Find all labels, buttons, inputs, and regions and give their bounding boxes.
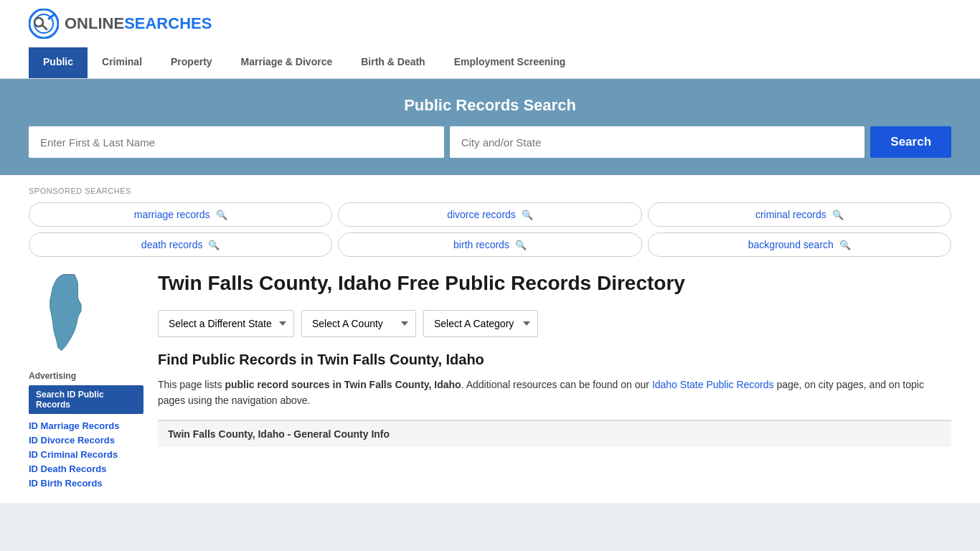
- navigation: Public Criminal Property Marriage & Divo…: [0, 47, 980, 79]
- logo-icon: [29, 9, 59, 39]
- search-button[interactable]: Search: [870, 126, 951, 158]
- sponsored-background-label: background search: [748, 239, 834, 250]
- sponsored-death[interactable]: death records 🔍: [29, 232, 332, 257]
- sponsored-label: SPONSORED SEARCHES: [29, 187, 951, 195]
- sponsored-criminal[interactable]: criminal records 🔍: [648, 202, 951, 227]
- link-id-marriage[interactable]: ID Marriage Records: [29, 420, 119, 431]
- advertising-label: Advertising: [29, 371, 143, 381]
- main-area: SPONSORED SEARCHES marriage records 🔍 di…: [0, 175, 980, 503]
- list-item: ID Birth Records: [29, 477, 143, 489]
- svg-line-3: [42, 25, 47, 29]
- sponsored-birth-label: birth records: [453, 239, 509, 250]
- nav-birth-death[interactable]: Birth & Death: [347, 47, 439, 78]
- search-form: Search: [29, 126, 951, 158]
- sponsored-marriage[interactable]: marriage records 🔍: [29, 202, 332, 227]
- sponsored-birth[interactable]: birth records 🔍: [338, 232, 641, 257]
- category-dropdown[interactable]: Select A Category: [423, 310, 538, 337]
- sidebar: Advertising Search ID Public Records ID …: [29, 271, 143, 491]
- search-icon: 🔍: [832, 209, 844, 220]
- list-item: ID Divorce Records: [29, 434, 143, 446]
- header: ONLINESEARCHES: [0, 0, 980, 47]
- search-banner: Public Records Search Search: [0, 79, 980, 175]
- state-dropdown[interactable]: Select a Different State: [158, 310, 294, 337]
- ad-button[interactable]: Search ID Public Records: [29, 385, 143, 414]
- content-area: Advertising Search ID Public Records ID …: [29, 271, 951, 491]
- dropdowns: Select a Different State Select A County…: [158, 310, 951, 337]
- name-input[interactable]: [29, 126, 444, 158]
- location-input[interactable]: [450, 126, 865, 158]
- desc-link[interactable]: Idaho State Public Records: [652, 379, 774, 390]
- search-icon: 🔍: [839, 240, 851, 250]
- desc-part1: This page lists: [158, 379, 225, 390]
- nav-public[interactable]: Public: [29, 47, 88, 78]
- list-item: ID Criminal Records: [29, 448, 143, 460]
- county-info-bar: Twin Falls County, Idaho - General Count…: [158, 420, 951, 447]
- logo-text: ONLINESEARCHES: [65, 14, 212, 33]
- sponsored-death-label: death records: [141, 239, 203, 250]
- find-records-title: Find Public Records in Twin Falls County…: [158, 352, 951, 368]
- state-map: [29, 271, 143, 359]
- search-icon: 🔍: [208, 240, 220, 250]
- list-item: ID Death Records: [29, 463, 143, 474]
- search-banner-title: Public Records Search: [29, 96, 951, 115]
- county-dropdown[interactable]: Select A County: [301, 310, 416, 337]
- link-id-birth[interactable]: ID Birth Records: [29, 478, 103, 489]
- nav-criminal[interactable]: Criminal: [88, 47, 156, 78]
- sponsored-background[interactable]: background search 🔍: [648, 232, 951, 257]
- nav-marriage-divorce[interactable]: Marriage & Divorce: [227, 47, 347, 78]
- nav-property[interactable]: Property: [156, 47, 227, 78]
- link-id-death[interactable]: ID Death Records: [29, 463, 106, 474]
- search-icon: 🔍: [522, 209, 533, 220]
- list-item: ID Marriage Records: [29, 420, 143, 431]
- search-icon: 🔍: [216, 209, 227, 220]
- link-id-divorce[interactable]: ID Divorce Records: [29, 435, 115, 446]
- sponsored-grid: marriage records 🔍 divorce records 🔍 cri…: [29, 202, 951, 257]
- sponsored-divorce[interactable]: divorce records 🔍: [338, 202, 641, 227]
- sponsored-divorce-label: divorce records: [447, 209, 516, 220]
- link-id-criminal[interactable]: ID Criminal Records: [29, 449, 118, 460]
- sidebar-links: ID Marriage Records ID Divorce Records I…: [29, 420, 143, 489]
- sponsored-criminal-label: criminal records: [755, 209, 826, 220]
- page-title: Twin Falls County, Idaho Free Public Rec…: [158, 271, 951, 296]
- nav-employment[interactable]: Employment Screening: [440, 47, 580, 78]
- description: This page lists public record sources in…: [158, 377, 951, 409]
- main-content: Twin Falls County, Idaho Free Public Rec…: [158, 271, 951, 491]
- search-icon: 🔍: [515, 240, 527, 250]
- desc-bold: public record sources in Twin Falls Coun…: [225, 379, 461, 390]
- sponsored-marriage-label: marriage records: [134, 209, 210, 220]
- desc-part2: . Additional resources can be found on o…: [461, 379, 652, 390]
- logo[interactable]: ONLINESEARCHES: [29, 9, 212, 39]
